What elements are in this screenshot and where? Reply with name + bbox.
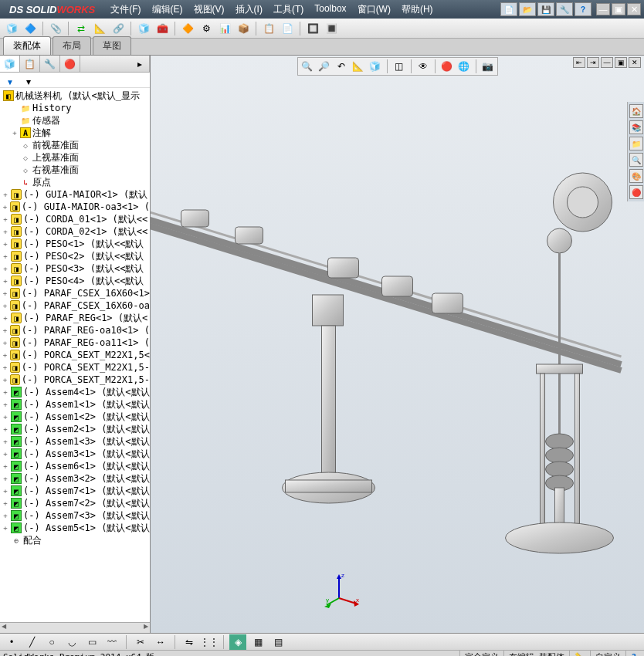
tb-btn-11[interactable]: 📊	[216, 21, 233, 36]
tree-item[interactable]: +◩(-) Assem7<3> (默认<默认	[0, 509, 150, 522]
vp-fwd[interactable]: ⇥	[587, 57, 599, 68]
print-button[interactable]: 🔧	[556, 2, 573, 16]
taskpane-appear[interactable]: 🎨	[629, 169, 643, 183]
tree-item[interactable]: +◨(-) PESO<1> (默认<<默认	[0, 238, 150, 250]
tree-item[interactable]: ◇前视基准面	[0, 139, 150, 151]
tree-item[interactable]: +◨(-) PESO<2> (默认<<默认	[0, 250, 150, 262]
minimize-button[interactable]: —	[596, 3, 610, 15]
tree-item[interactable]: +◨(-) PARAF_REG-oa11<1> (	[0, 336, 150, 349]
tree-item[interactable]: +◨(-) PARAF_CSEX_16X60-oa	[0, 299, 150, 312]
tb-btn-2[interactable]: 🔷	[22, 21, 39, 36]
status-help-icon[interactable]: ?	[625, 651, 641, 656]
sk-rect[interactable]: ▭	[83, 634, 100, 650]
open-button[interactable]: 📂	[519, 2, 536, 16]
panel-tab-feature[interactable]: 🧊	[0, 56, 20, 72]
tab-assembly[interactable]: 装配体	[3, 36, 51, 55]
tree-item[interactable]: +◩(-) Assem5<1> (默认<默认	[0, 522, 150, 534]
filter-dropdown[interactable]: ▾	[20, 74, 37, 90]
tb-btn-14[interactable]: 📄	[279, 21, 296, 36]
tb-btn-12[interactable]: 📦	[235, 21, 252, 36]
tree-item[interactable]: +◨(-) PESO<3> (默认<<默认	[0, 262, 150, 275]
disp-shade[interactable]: ◈	[229, 634, 246, 650]
tree-item[interactable]: +◨(-) PORCA_SEXT_M22X1,5-	[0, 361, 150, 374]
tree-item[interactable]: +◩(-) Assem6<1> (默认<默认	[0, 460, 150, 472]
display-style-button[interactable]: ◫	[391, 59, 407, 73]
tb-btn-16[interactable]: 🔳	[323, 21, 340, 36]
sk-arc[interactable]: ◡	[63, 634, 80, 650]
tree-item[interactable]: +◩(-) Assem1<2> (默认<默认	[0, 411, 150, 423]
tb-btn-13[interactable]: 📋	[260, 21, 277, 36]
disp-wire[interactable]: ▦	[249, 634, 266, 650]
taskpane-resources[interactable]: 🏠	[629, 104, 643, 118]
panel-tab-config[interactable]: 🔧	[40, 56, 60, 72]
help-button[interactable]: ?	[575, 2, 591, 16]
feature-tree[interactable]: ◧ 机械送料机 (默认<默认_显示 📁History📁传感器+A注解◇前视基准面…	[0, 88, 150, 622]
tb-btn-1[interactable]: 🧊	[3, 21, 20, 36]
tree-item[interactable]: +◨(-) GUIA-MAIOR<1> (默认	[0, 188, 150, 201]
close-button[interactable]: ✕	[627, 3, 641, 15]
menu-help[interactable]: 帮助(H)	[397, 2, 438, 18]
tb-btn-8[interactable]: 🧰	[154, 21, 171, 36]
tb-btn-15[interactable]: 🔲	[304, 21, 321, 36]
menu-window[interactable]: 窗口(W)	[353, 2, 395, 18]
tree-item[interactable]: ◇右视基准面	[0, 164, 150, 176]
tab-sketch[interactable]: 草图	[93, 36, 131, 55]
status-custom[interactable]: 自定义	[590, 651, 625, 656]
section-button[interactable]: 📐	[351, 59, 366, 73]
tree-item[interactable]: +◩(-) Assem2<1> (默认<默认	[0, 423, 150, 435]
tree-root[interactable]: ◧ 机械送料机 (默认<默认_显示	[0, 90, 150, 102]
tb-btn-4[interactable]: ⇄	[73, 21, 90, 36]
tree-item[interactable]: +A注解	[0, 127, 150, 139]
zoom-fit-button[interactable]: 🔍	[300, 59, 315, 73]
tb-btn-6[interactable]: 🔗	[110, 21, 127, 36]
tb-btn-10[interactable]: ⚙	[198, 21, 215, 36]
panel-tab-property[interactable]: 📋	[20, 56, 40, 72]
tree-item[interactable]: +◨(-) PARAF_REG-oa10<1> (	[0, 324, 150, 336]
disp-hlr[interactable]: ▤	[269, 634, 286, 650]
render-button[interactable]: 📷	[480, 59, 496, 73]
tree-item[interactable]: +◩(-) Assem3<1> (默认<默认	[0, 448, 150, 460]
tree-item[interactable]: +◩(-) Assem4<1> (默认<默认	[0, 386, 150, 398]
tree-item[interactable]: 📁History	[0, 102, 150, 114]
save-button[interactable]: 💾	[537, 2, 554, 16]
tree-item[interactable]: +◩(-) Assem3<2> (默认<默认	[0, 472, 150, 485]
panel-pin[interactable]: ▸	[130, 56, 150, 72]
menu-tools[interactable]: 工具(T)	[269, 2, 308, 18]
sk-trim[interactable]: ✂	[132, 634, 149, 650]
new-doc-button[interactable]: 📄	[500, 2, 517, 16]
tree-item[interactable]: +◩(-) Assem7<2> (默认<默认	[0, 497, 150, 509]
sk-point[interactable]: •	[3, 634, 20, 650]
tree-item[interactable]: ↳原点	[0, 176, 150, 188]
tree-item[interactable]: +◨(-) PARAF_REG<1> (默认<	[0, 312, 150, 324]
view-orient-button[interactable]: 🧊	[368, 59, 383, 73]
tree-item[interactable]: +◩(-) Assem7<1> (默认<默认	[0, 485, 150, 497]
maximize-button[interactable]: ▣	[612, 3, 625, 15]
menu-file[interactable]: 文件(F)	[106, 2, 145, 18]
tree-item[interactable]: +◨(-) PESO<4> (默认<<默认	[0, 275, 150, 287]
tb-btn-3[interactable]: 📎	[47, 21, 64, 36]
menu-edit[interactable]: 编辑(E)	[147, 2, 188, 18]
prev-view-button[interactable]: ↶	[334, 59, 349, 73]
sk-pattern[interactable]: ⋮⋮	[201, 634, 218, 650]
tb-btn-7[interactable]: 🧊	[135, 21, 152, 36]
sk-spline[interactable]: 〰	[103, 634, 120, 650]
tab-layout[interactable]: 布局	[53, 36, 91, 55]
tree-item[interactable]: ⊕配合	[0, 534, 150, 546]
taskpane-explorer[interactable]: 📁	[629, 137, 643, 150]
taskpane-prop[interactable]: 🔴	[629, 185, 643, 199]
tb-btn-5[interactable]: 📐	[91, 21, 108, 36]
zoom-area-button[interactable]: 🔎	[317, 59, 332, 73]
sk-circle[interactable]: ○	[43, 634, 60, 650]
tree-item[interactable]: +◨(-) CORDA_01<1> (默认<<	[0, 213, 150, 225]
menu-view[interactable]: 视图(V)	[189, 2, 229, 18]
tree-item[interactable]: ◇上视基准面	[0, 151, 150, 164]
taskpane-lib[interactable]: 📚	[629, 120, 643, 134]
filter-button[interactable]: ▼	[2, 74, 19, 90]
tree-item[interactable]: +◨(-) PARAF_CSEX_16X60<1>	[0, 287, 150, 299]
tree-item[interactable]: +◨(-) CORDA_02<1> (默认<<	[0, 225, 150, 238]
hide-show-button[interactable]: 👁	[415, 59, 431, 73]
tree-item[interactable]: +◩(-) Assem1<1> (默认<默认	[0, 398, 150, 411]
scene-button[interactable]: 🌐	[456, 59, 472, 73]
tree-hscroll[interactable]	[0, 622, 150, 633]
menu-toolbox[interactable]: Toolbox	[310, 2, 351, 18]
